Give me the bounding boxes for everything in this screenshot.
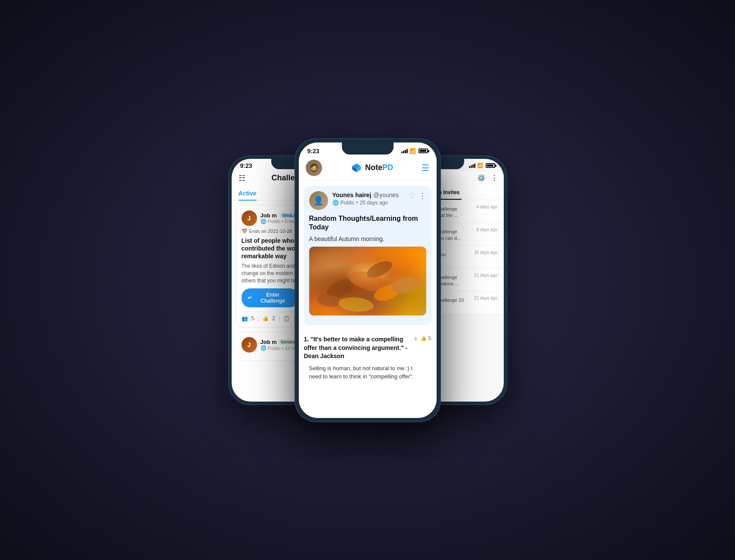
right-status-icons: 📶 bbox=[469, 163, 495, 168]
right-signal-bars bbox=[469, 164, 475, 168]
quote-number-title: 1. "It's better to make a compelling off… bbox=[304, 335, 410, 361]
rsb1 bbox=[469, 166, 470, 168]
notes-icon: 📋 bbox=[283, 316, 290, 322]
header-avatar[interactable]: 🧔 bbox=[306, 160, 322, 176]
enter-icon: ↵ bbox=[248, 295, 252, 301]
notif-time-0: 4 days ago bbox=[477, 204, 498, 209]
post-username-row: Younes hairej @younes bbox=[332, 191, 404, 199]
likes-count: 2 bbox=[272, 316, 275, 322]
quote-item: 1. "It's better to make a compelling off… bbox=[299, 330, 437, 381]
center-phone-screen: 9:23 📶 bbox=[299, 142, 437, 418]
center-wifi-icon: 📶 bbox=[409, 148, 416, 154]
notif-time-1: 8 days ago bbox=[477, 227, 498, 232]
ends-text-1: Ends on 2022-10-28 bbox=[249, 229, 292, 234]
members-count: 5 bbox=[251, 316, 254, 322]
menu-icon[interactable]: ☰ bbox=[422, 163, 429, 173]
left-status-time: 9:23 bbox=[240, 162, 252, 169]
post-username: Younes hairej bbox=[332, 192, 372, 198]
post-header: 👤 Younes hairej @younes 🌐 Public • bbox=[309, 191, 426, 210]
post-avatar: 👤 bbox=[309, 191, 328, 210]
center-status-time: 9:23 bbox=[307, 148, 319, 155]
post-title: Random Thoughts/Learning from Today bbox=[309, 214, 426, 232]
center-phone: 9:23 📶 bbox=[295, 138, 441, 422]
post-image bbox=[309, 247, 426, 316]
quote-header: 1. "It's better to make a compelling off… bbox=[304, 335, 431, 361]
challenge-avatar-1: J bbox=[242, 210, 257, 226]
post-user-info: Younes hairej @younes 🌐 Public • 25 days… bbox=[332, 191, 404, 206]
app-header: 🧔 NotePD ☰ bbox=[299, 156, 437, 181]
csb4 bbox=[406, 149, 408, 153]
post-actions: ♡ ⋮ bbox=[408, 191, 426, 201]
challenge-avatar-2: J bbox=[242, 337, 257, 353]
right-battery-fill bbox=[487, 164, 493, 167]
logo-text: NotePD bbox=[365, 163, 393, 172]
post-card: 👤 Younes hairej @younes 🌐 Public • bbox=[304, 186, 431, 325]
quote-count: 0 bbox=[428, 335, 431, 341]
rsb3 bbox=[472, 164, 474, 168]
branch-icon[interactable]: ⫝ bbox=[413, 335, 419, 341]
right-battery-icon bbox=[486, 163, 495, 168]
logo-pd: PD bbox=[382, 163, 393, 172]
notif-time-3: 21 days ago bbox=[474, 273, 498, 278]
csb2 bbox=[403, 151, 404, 153]
phones-container: 9:23 ☉ bbox=[174, 130, 561, 431]
center-content: 9:23 📶 bbox=[299, 142, 437, 418]
quote-body: Selling is human, but not natural to me … bbox=[304, 364, 431, 381]
rsb2 bbox=[471, 165, 472, 168]
globe-symbol-1: 🌐 bbox=[261, 219, 267, 224]
center-battery-fill bbox=[420, 150, 426, 152]
likes-stat-icon: 👍 bbox=[262, 316, 269, 322]
center-battery-icon bbox=[419, 149, 428, 153]
tab-active[interactable]: Active bbox=[239, 186, 257, 200]
enter-label: Enter Challenge bbox=[254, 292, 292, 304]
grid-icon[interactable]: ☷ bbox=[239, 173, 245, 183]
leaves-svg bbox=[309, 247, 426, 316]
rsb4 bbox=[474, 164, 475, 168]
logo-area: NotePD bbox=[350, 162, 393, 174]
center-notch bbox=[342, 142, 394, 155]
post-visibility: Public bbox=[341, 200, 355, 206]
post-globe-icon: 🌐 bbox=[332, 200, 339, 206]
challenge-username-2: Job m bbox=[261, 339, 277, 345]
calendar-icon-1: 📅 bbox=[242, 229, 248, 234]
stat-divider-2: | bbox=[279, 316, 280, 322]
heart-icon[interactable]: ♡ bbox=[408, 191, 415, 201]
post-meta: 🌐 Public • 25 days ago bbox=[332, 200, 404, 206]
quote-actions: ⫝ 👍 0 bbox=[413, 335, 431, 341]
enter-challenge-button[interactable]: ↵ Enter Challenge bbox=[242, 288, 298, 307]
stat-divider-1: | bbox=[257, 316, 259, 322]
quote-like-icon[interactable]: 👍 bbox=[420, 335, 427, 341]
notif-header-icons: ⚙️ ⋮ bbox=[477, 174, 498, 182]
notif-more-icon[interactable]: ⋮ bbox=[491, 174, 498, 182]
members-icon: 👥 bbox=[242, 316, 248, 322]
notif-time-4: 21 days ago bbox=[474, 296, 498, 300]
notif-time-2: 16 days ago bbox=[474, 250, 498, 255]
svg-point-5 bbox=[338, 296, 374, 313]
post-handle-text: @younes bbox=[373, 192, 399, 198]
quote-text: "It's better to make a compelling offer … bbox=[304, 336, 408, 359]
post-time: 25 days ago bbox=[360, 200, 388, 206]
right-wifi-icon: 📶 bbox=[477, 163, 483, 168]
challenge-username-1: Job m bbox=[261, 212, 277, 219]
center-status-icons: 📶 bbox=[401, 148, 428, 154]
post-subtitle: A beautiful Autumn morning. bbox=[309, 235, 426, 242]
globe-symbol-2: 🌐 bbox=[261, 345, 267, 351]
settings-icon[interactable]: ⚙️ bbox=[477, 174, 486, 182]
logo-icon bbox=[350, 162, 363, 174]
csb3 bbox=[405, 150, 406, 153]
post-dot: • bbox=[356, 200, 358, 206]
quote-number: 1. bbox=[304, 336, 309, 343]
more-icon[interactable]: ⋮ bbox=[419, 191, 426, 201]
center-signal-bars bbox=[401, 149, 408, 153]
csb1 bbox=[401, 152, 403, 153]
